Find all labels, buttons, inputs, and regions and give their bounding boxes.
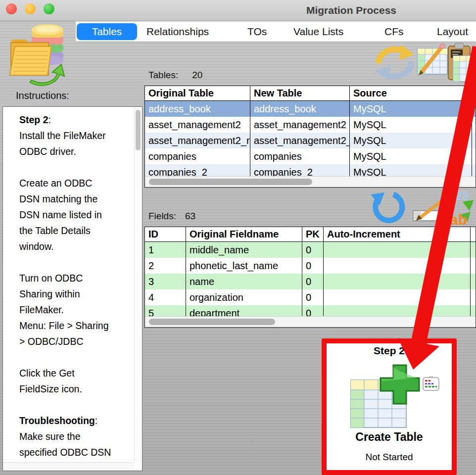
scrollbar-thumb[interactable] bbox=[149, 319, 275, 325]
instruction-line: the Table Details bbox=[19, 223, 132, 238]
instruction-line bbox=[19, 397, 132, 413]
column-header[interactable]: New Table bbox=[250, 86, 350, 100]
scrollbar-thumb[interactable] bbox=[136, 110, 141, 150]
instruction-line bbox=[19, 349, 132, 365]
table-row[interactable]: asset_management2asset_management2MySQL bbox=[145, 117, 476, 133]
status-badge: Not Started bbox=[327, 452, 452, 463]
table-cell: asset_management2 bbox=[145, 117, 250, 133]
table-details-icon[interactable] bbox=[423, 376, 439, 392]
tables-label-text: Tables: bbox=[148, 70, 178, 81]
table-cell: 5 bbox=[145, 305, 186, 316]
table-cell bbox=[324, 242, 471, 258]
tab-layout[interactable]: Layout bbox=[437, 23, 468, 40]
table-cell bbox=[471, 242, 476, 258]
table-row[interactable]: companiescompaniesMySQL bbox=[145, 148, 476, 164]
table-cell: companies_2 bbox=[250, 164, 350, 176]
instructions-horizontal-scrollbar[interactable] bbox=[3, 462, 134, 471]
tab-tables[interactable]: Tables bbox=[77, 23, 137, 40]
minimize-button[interactable] bbox=[25, 3, 36, 14]
rename-field-icon[interactable] bbox=[411, 194, 451, 223]
table-cell bbox=[324, 289, 471, 305]
fields-count-value: 63 bbox=[185, 211, 195, 222]
table-cell: 4 bbox=[145, 289, 186, 305]
table-cell: asset_management2_r bbox=[250, 133, 350, 148]
edit-table-icon[interactable] bbox=[417, 42, 448, 75]
folder bbox=[10, 40, 51, 75]
instruction-line: DSN matching the bbox=[19, 191, 132, 207]
column-header[interactable]: Auto-Increment bbox=[324, 227, 471, 241]
instructions-vertical-scrollbar[interactable] bbox=[134, 107, 142, 462]
step2-callout: Step 2 Create Table Not Started bbox=[322, 338, 457, 475]
table-cell: department bbox=[186, 305, 302, 316]
table-cell: 0 bbox=[302, 289, 324, 305]
instruction-line: > ODBC/JDBC bbox=[19, 333, 132, 349]
table-cell: asset_management2_re bbox=[145, 133, 250, 148]
table-cell: 0 bbox=[302, 274, 324, 289]
column-header[interactable]: Original Fieldname bbox=[186, 227, 302, 241]
tables-list: Original TableNew TableSource address_bo… bbox=[144, 86, 476, 188]
sync-tables-icon[interactable] bbox=[372, 44, 418, 81]
table-cell: address_book bbox=[250, 101, 350, 117]
table-cell: asset_management2 bbox=[250, 117, 350, 133]
create-table-label[interactable]: Create Table bbox=[327, 430, 452, 444]
fields-label-text: Fields: bbox=[148, 211, 176, 222]
tab-value-lists[interactable]: Value Lists bbox=[293, 23, 343, 40]
table-cell: 1 bbox=[145, 242, 186, 258]
instruction-line: Create an ODBC bbox=[19, 175, 132, 191]
table-cell: 0 bbox=[302, 258, 324, 274]
table-cell bbox=[472, 101, 476, 117]
table-cell: 2 bbox=[145, 258, 186, 274]
get-fieldsize-icon[interactable]: 123 ab bbox=[448, 189, 476, 227]
table-cell bbox=[471, 305, 476, 316]
instructions-label: Instructions: bbox=[16, 90, 69, 101]
tab-bar: TablesRelationshipsTOsValue ListsCFsLayo… bbox=[76, 21, 476, 42]
table-cell: MySQL bbox=[350, 101, 472, 117]
table-cell: MySQL bbox=[350, 117, 472, 133]
tab-tos[interactable]: TOs bbox=[247, 23, 267, 40]
tab-relationships[interactable]: Relationships bbox=[146, 23, 209, 40]
instruction-line bbox=[19, 254, 132, 270]
table-row[interactable]: address_bookaddress_bookMySQL bbox=[145, 101, 476, 117]
instruction-line: ODBC driver. bbox=[19, 143, 132, 159]
table-row[interactable]: 5department0 bbox=[145, 305, 476, 316]
table-row[interactable]: 4organization0 bbox=[145, 289, 476, 305]
column-header[interactable]: Original Table bbox=[145, 86, 250, 100]
table-cell: MySQL bbox=[350, 164, 472, 176]
fields-horizontal-scrollbar[interactable] bbox=[145, 316, 476, 327]
tables-count-value: 20 bbox=[192, 70, 202, 81]
column-header[interactable]: Source bbox=[350, 86, 472, 100]
table-cell: 3 bbox=[145, 274, 186, 289]
create-table-button[interactable] bbox=[350, 364, 424, 428]
table-cell bbox=[472, 164, 476, 176]
table-row[interactable]: 1middle_name0 bbox=[145, 242, 476, 258]
close-button[interactable] bbox=[6, 3, 17, 14]
table-row[interactable]: companies_2companies_2MySQL bbox=[145, 164, 476, 176]
fields-count: Fields: 63 bbox=[148, 211, 195, 222]
table-cell: MySQL bbox=[350, 133, 472, 148]
paste-table-icon[interactable] bbox=[447, 42, 476, 83]
instruction-line bbox=[19, 159, 132, 175]
instruction-line: FileMaker. bbox=[19, 302, 132, 318]
migration-app-icon bbox=[9, 22, 70, 86]
column-header[interactable]: ID bbox=[145, 227, 186, 241]
column-header[interactable]: PK bbox=[302, 227, 324, 241]
table-cell bbox=[472, 148, 476, 164]
zoom-button[interactable] bbox=[44, 3, 54, 14]
table-row[interactable]: 2phonetic_last_name0 bbox=[145, 258, 476, 274]
scrollbar-thumb[interactable] bbox=[149, 179, 312, 185]
tab-cfs[interactable]: CFs bbox=[384, 23, 404, 40]
svg-text:123: 123 bbox=[449, 189, 469, 202]
tables-count: Tables: 20 bbox=[148, 70, 202, 81]
tables-horizontal-scrollbar[interactable] bbox=[145, 176, 476, 187]
table-cell: address_book bbox=[145, 101, 250, 117]
refresh-fields-icon[interactable] bbox=[370, 190, 407, 225]
table-row[interactable]: asset_management2_reasset_management2_rM… bbox=[145, 133, 476, 148]
table-cell: phonetic_last_name bbox=[186, 258, 302, 274]
table-cell: middle_name bbox=[186, 242, 302, 258]
table-cell bbox=[472, 133, 476, 148]
instruction-line: Click the Get bbox=[19, 365, 132, 381]
table-row[interactable]: 3name0 bbox=[145, 274, 476, 289]
instruction-line: Troubleshooting: bbox=[19, 413, 132, 428]
window-title: Migration Process bbox=[306, 4, 396, 16]
fields-list: IDOriginal FieldnamePKAuto-Increment 1mi… bbox=[144, 227, 476, 328]
